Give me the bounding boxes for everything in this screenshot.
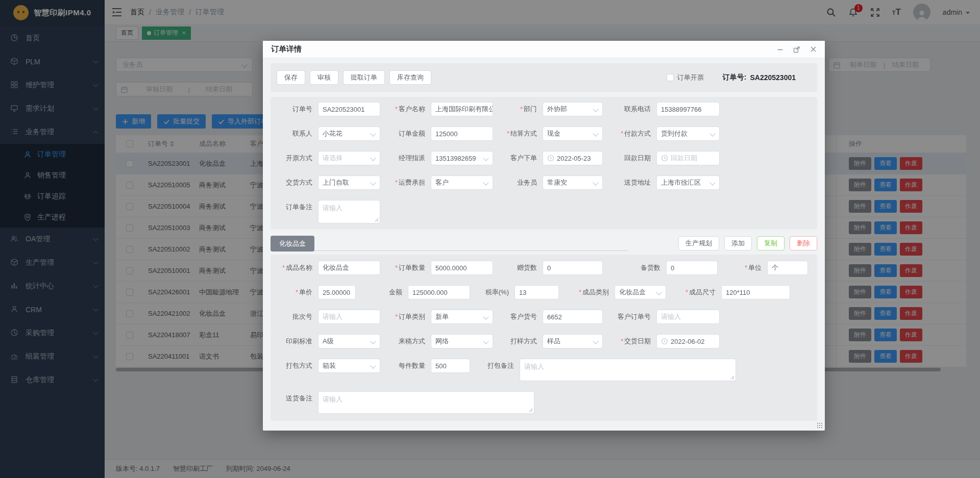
delivery-date-date-field[interactable]: 2022-06-02 bbox=[656, 334, 720, 348]
invoice-checkbox[interactable] bbox=[667, 74, 674, 81]
collection-date-value: 回款日期 bbox=[671, 154, 697, 163]
amount-field[interactable]: 125000.000 bbox=[408, 285, 470, 299]
customer-item-no-value: 6652 bbox=[547, 313, 562, 321]
tax-rate-field[interactable]: 13 bbox=[514, 285, 559, 299]
unit-field[interactable]: 个 bbox=[767, 261, 808, 275]
packing-method-select[interactable]: 箱装 bbox=[318, 359, 380, 373]
required-asterisk: * bbox=[621, 130, 623, 137]
customer-order-no-field[interactable]: 请输入 bbox=[656, 310, 720, 324]
production-plan-button[interactable]: 生产规划 bbox=[678, 236, 719, 250]
amount-label: 金额 bbox=[360, 285, 402, 299]
unit-label: *单位 bbox=[722, 261, 762, 275]
product-size-label: *成品尺寸 bbox=[670, 285, 716, 299]
packing-remark-value: 请输入 bbox=[524, 362, 544, 371]
product-name-value: 化妆品盒 bbox=[323, 263, 349, 272]
delivery-address-select[interactable]: 上海市徐汇区 bbox=[656, 175, 720, 190]
product-category-select[interactable]: 化妆品盒 bbox=[615, 285, 666, 299]
stock-qty-label: 备货数 bbox=[607, 261, 660, 275]
required-asterisk: * bbox=[579, 288, 581, 296]
contact-phone-label: 联系电话 bbox=[607, 102, 651, 116]
order-amount-field[interactable]: 125000 bbox=[431, 127, 493, 141]
settlement-method-select[interactable]: 现金 bbox=[543, 127, 603, 141]
maximize-icon[interactable] bbox=[793, 46, 800, 53]
department-value: 外协部 bbox=[547, 105, 567, 114]
per-piece-qty-field[interactable]: 500 bbox=[431, 359, 470, 373]
unit-price-field[interactable]: 25.00000 bbox=[318, 285, 356, 299]
order-no-value: SA220523001 bbox=[323, 106, 364, 113]
delivery-remark-value: 请输入 bbox=[323, 395, 342, 404]
required-asterisk: * bbox=[507, 130, 509, 137]
minimize-icon[interactable] bbox=[777, 46, 783, 53]
delivery-address-value: 上海市徐汇区 bbox=[661, 178, 701, 187]
delivery-remark-textarea[interactable]: 请输入 bbox=[318, 391, 534, 414]
order-category-select[interactable]: 新单 bbox=[431, 310, 493, 324]
product-name-field[interactable]: 化妆品盒 bbox=[318, 261, 380, 275]
tax-rate-label: 税率(%) bbox=[474, 285, 509, 299]
stock-qty-field[interactable]: 0 bbox=[666, 261, 718, 275]
delivery-method-select[interactable]: 上门自取 bbox=[318, 175, 380, 190]
copy-product-button[interactable]: 复制 bbox=[757, 236, 785, 250]
tax-rate-value: 13 bbox=[519, 289, 526, 296]
inventory-query-button[interactable]: 库存查询 bbox=[389, 70, 431, 85]
required-asterisk: * bbox=[745, 264, 747, 271]
gift-qty-value: 0 bbox=[547, 264, 551, 272]
delivery-date-label: *交货日期 bbox=[607, 334, 651, 348]
manager-assign-value: 13513982659 bbox=[435, 155, 476, 162]
order-qty-field[interactable]: 5000.0000 bbox=[431, 261, 493, 275]
order-no-field[interactable]: SA220523001 bbox=[318, 102, 380, 116]
form-row: *单价25.00000金额125000.000税率(%)13*成品类别化妆品盒*… bbox=[276, 285, 817, 299]
customer-name-field[interactable]: 上海国际印刷有限公司 bbox=[431, 102, 493, 116]
packing-remark-textarea[interactable]: 请输入 bbox=[520, 359, 736, 381]
manager-assign-select[interactable]: 13513982659 bbox=[431, 151, 493, 165]
payment-method-label: *付款方式 bbox=[607, 127, 651, 141]
delivery-method-value: 上门自取 bbox=[323, 178, 349, 187]
settlement-method-value: 现金 bbox=[547, 129, 560, 138]
contact-person-select[interactable]: 小花花 bbox=[318, 127, 380, 141]
product-size-field[interactable]: 120*110 bbox=[721, 285, 790, 299]
packing-method-label: 打包方式 bbox=[276, 359, 312, 373]
freight-bearer-label: *运费承担 bbox=[384, 175, 425, 190]
proof-method-select[interactable]: 样品 bbox=[543, 334, 603, 348]
gift-qty-label: 赠货数 bbox=[497, 261, 537, 275]
customer-order-date-date-field[interactable]: 2022-05-23 bbox=[543, 151, 603, 165]
batch-no-field[interactable]: 请输入 bbox=[318, 310, 380, 324]
save-button[interactable]: 保存 bbox=[277, 70, 305, 85]
contact-phone-field[interactable]: 15388997766 bbox=[656, 102, 720, 116]
unit-price-value: 25.00000 bbox=[323, 289, 350, 296]
modal-header: 订单详情 bbox=[263, 41, 825, 58]
form-row: 印刷标准A级来稿方式网络打样方式样品*交货日期2022-06-02 bbox=[276, 334, 817, 348]
modal-resize-grip[interactable] bbox=[817, 422, 823, 429]
order-category-value: 新单 bbox=[435, 312, 449, 321]
delivery-date-value: 2022-06-02 bbox=[671, 338, 705, 345]
product-size-value: 120*110 bbox=[726, 289, 750, 296]
collection-date-date-field[interactable]: 回款日期 bbox=[656, 151, 720, 165]
department-select[interactable]: 外协部 bbox=[543, 102, 603, 116]
order-remark-textarea[interactable]: 请输入 bbox=[318, 200, 380, 223]
audit-button[interactable]: 审核 bbox=[310, 70, 338, 85]
gift-qty-field[interactable]: 0 bbox=[543, 261, 603, 275]
invoicing-method-select[interactable]: 请选择 bbox=[318, 151, 380, 165]
print-standard-select[interactable]: A级 bbox=[318, 334, 380, 348]
freight-bearer-select[interactable]: 客户 bbox=[431, 175, 493, 190]
invoice-label: 订单开票 bbox=[677, 73, 704, 82]
salesperson-select[interactable]: 常康安 bbox=[543, 175, 603, 190]
manuscript-method-label: 来稿方式 bbox=[384, 334, 425, 348]
add-product-button[interactable]: 添加 bbox=[724, 236, 752, 250]
order-info-form: 订单号SA220523001*客户名称上海国际印刷有限公司*部门外协部联系电话1… bbox=[271, 97, 817, 230]
product-category-value: 化妆品盒 bbox=[619, 288, 646, 297]
order-amount-label: 订单金额 bbox=[384, 127, 425, 141]
per-piece-qty-value: 500 bbox=[435, 362, 447, 370]
delivery-method-label: 交货方式 bbox=[276, 175, 312, 190]
product-tab-cosmetics-box[interactable]: 化妆品盒 bbox=[271, 236, 314, 251]
manuscript-method-select[interactable]: 网络 bbox=[431, 334, 493, 348]
delete-product-button[interactable]: 删除 bbox=[790, 236, 817, 250]
modal-toolbar: 保存审核提取订单库存查询 订单开票 订单号: SA220523001 bbox=[271, 63, 817, 92]
unit-price-label: *单价 bbox=[276, 285, 312, 299]
amount-value: 125000.000 bbox=[412, 289, 448, 296]
product-tabs: 化妆品盒 生产规划添加复制删除 bbox=[271, 234, 817, 251]
close-icon[interactable] bbox=[810, 46, 817, 53]
extract-order-button[interactable]: 提取订单 bbox=[343, 70, 385, 85]
customer-item-no-field[interactable]: 6652 bbox=[543, 310, 603, 324]
payment-method-select[interactable]: 货到付款 bbox=[656, 127, 720, 141]
required-asterisk: * bbox=[395, 179, 398, 186]
